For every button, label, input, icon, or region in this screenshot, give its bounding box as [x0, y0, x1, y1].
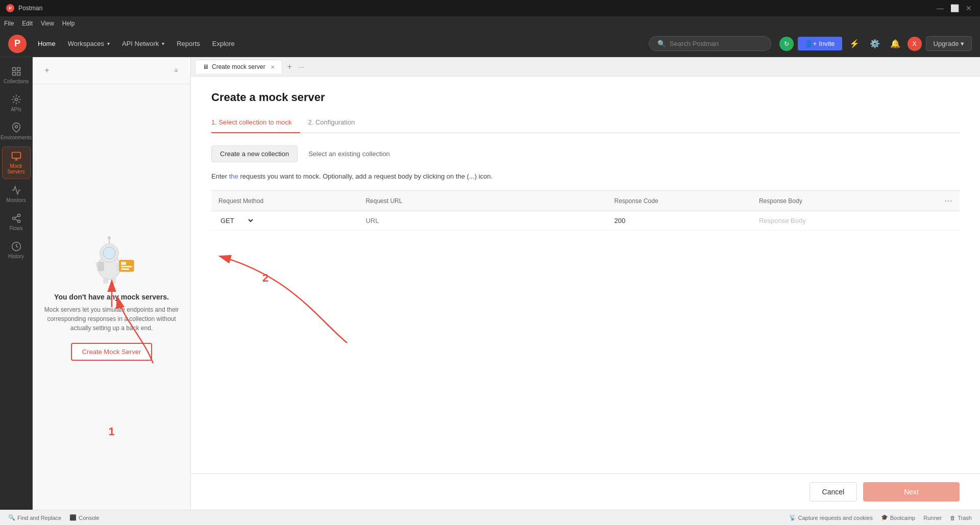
create-mock-tab[interactable]: 🖥 Create mock server ✕	[195, 60, 282, 73]
capture-button[interactable]: 📡 Capture requests and cookies	[789, 514, 873, 521]
tab-close-button[interactable]: ✕	[271, 64, 275, 70]
sidebar-item-environments[interactable]: Environments	[2, 118, 31, 144]
sidebar-item-mock-servers[interactable]: Mock Servers	[2, 146, 31, 179]
apis-icon	[11, 94, 21, 105]
statusbar-left: 🔍 Find and Replace ⬛ Console	[8, 514, 100, 521]
next-button[interactable]: Next	[863, 482, 960, 502]
invite-button[interactable]: 👤+ Invite	[798, 37, 842, 51]
menu-edit[interactable]: Edit	[22, 20, 33, 27]
tab-bar: 🖥 Create mock server ✕ + ···	[191, 57, 980, 77]
create-new-collection-tab[interactable]: Create a new collection	[211, 145, 298, 162]
new-tab-button[interactable]: +	[283, 60, 296, 73]
svg-line-10	[15, 219, 18, 220]
info-link[interactable]: the	[229, 172, 238, 180]
close-button[interactable]: ✕	[964, 4, 974, 12]
bootcamp-button[interactable]: 🎓 Bootcamp	[881, 514, 916, 521]
statusbar-right: 📡 Capture requests and cookies 🎓 Bootcam…	[789, 514, 972, 521]
nav-reports[interactable]: Reports	[172, 37, 205, 51]
collections-label: Collections	[4, 79, 29, 84]
nav-workspaces[interactable]: Workspaces ▾	[63, 37, 115, 51]
navbar: P Home Workspaces ▾ API Network ▾ Report…	[0, 31, 980, 57]
action-bar: Cancel Next	[191, 473, 980, 510]
window-controls[interactable]: — ⬜ ✕	[935, 4, 974, 12]
step-2[interactable]: 2. Configuration	[308, 114, 363, 133]
app-title: Postman	[18, 5, 42, 12]
console-icon: ⬛	[69, 514, 77, 521]
nav-explore[interactable]: Explore	[207, 37, 240, 51]
svg-point-4	[15, 98, 17, 101]
upgrade-chevron: ▾	[961, 40, 964, 47]
settings-icon-btn[interactable]: ⚙️	[867, 36, 883, 52]
method-select[interactable]: GET POST PUT DELETE	[218, 216, 255, 225]
upgrade-button[interactable]: Upgrade ▾	[926, 36, 972, 51]
search-bar[interactable]: 🔍 Search Postman	[649, 36, 771, 51]
svg-point-5	[15, 126, 17, 128]
sidebar-item-monitors[interactable]: Monitors	[2, 181, 31, 207]
menubar: File Edit View Help	[0, 16, 980, 31]
astronaut-illustration	[81, 234, 142, 285]
url-input[interactable]	[365, 217, 600, 224]
history-icon	[11, 241, 21, 252]
app-body: Collections APIs Environments Mock Serve…	[0, 57, 980, 510]
search-icon: 🔍	[657, 40, 666, 47]
menu-file[interactable]: File	[4, 20, 14, 27]
invite-icon: 👤+	[805, 40, 817, 47]
notifications-icon-btn[interactable]: 🔔	[887, 36, 903, 52]
capture-icon: 📡	[789, 514, 796, 521]
menu-help[interactable]: Help	[62, 20, 75, 27]
mock-table: Request Method Request URL Response Code…	[211, 190, 960, 231]
sync-icon[interactable]: ↻	[779, 37, 794, 51]
svg-rect-17	[111, 278, 116, 284]
step-1[interactable]: 1. Select collection to mock	[211, 114, 300, 133]
sidebar-item-collections[interactable]: Collections	[2, 62, 31, 88]
titlebar-left: P Postman	[6, 4, 42, 12]
nav-home[interactable]: Home	[33, 37, 61, 51]
col-response-code: Response Code	[607, 191, 752, 211]
svg-rect-3	[17, 72, 20, 76]
cancel-button[interactable]: Cancel	[810, 482, 857, 502]
select-existing-collection-tab[interactable]: Select an existing collection	[300, 145, 399, 162]
runner-button[interactable]: Runner	[923, 515, 942, 521]
col-url: Request URL	[358, 191, 607, 211]
connect-icon-btn[interactable]: ⚡	[846, 36, 863, 52]
tab-overflow-button[interactable]: ···	[298, 63, 304, 71]
svg-rect-22	[121, 266, 132, 267]
environments-label: Environments	[1, 135, 32, 140]
info-text: Enter the requests you want to mock. Opt…	[211, 172, 960, 180]
page-title: Create a mock server	[211, 91, 960, 104]
filter-button[interactable]: ≡	[168, 62, 184, 79]
history-label: History	[8, 254, 24, 259]
method-cell[interactable]: GET POST PUT DELETE	[211, 211, 358, 231]
find-replace-button[interactable]: 🔍 Find and Replace	[8, 514, 61, 521]
avatar[interactable]: X	[908, 37, 922, 51]
table-header-row: Request Method Request URL Response Code…	[211, 191, 960, 211]
menu-view[interactable]: View	[41, 20, 54, 27]
sidebar-item-flows[interactable]: Flows	[2, 209, 31, 235]
add-collection-button[interactable]: +	[39, 62, 55, 79]
url-cell[interactable]	[358, 211, 607, 231]
environments-icon	[11, 122, 21, 133]
mock-servers-label: Mock Servers	[6, 163, 27, 174]
svg-point-25	[108, 236, 111, 239]
collections-icon	[11, 66, 21, 77]
svg-rect-23	[121, 268, 129, 270]
api-network-chevron: ▾	[162, 41, 164, 46]
console-button[interactable]: ⬛ Console	[69, 514, 99, 521]
sidebar-item-apis[interactable]: APIs	[2, 90, 31, 116]
nav-api-network[interactable]: API Network ▾	[117, 37, 169, 51]
tab-label: Create mock server	[212, 63, 265, 70]
monitors-label: Monitors	[6, 197, 26, 203]
create-mock-server-button[interactable]: Create Mock Server	[71, 343, 153, 361]
trash-button[interactable]: 🗑 Trash	[950, 515, 972, 521]
col-actions: ⋯	[904, 191, 960, 211]
minimize-button[interactable]: —	[935, 4, 945, 12]
nav-items: Home Workspaces ▾ API Network ▾ Reports …	[33, 37, 649, 51]
svg-point-9	[17, 220, 20, 222]
sidebar-item-history[interactable]: History	[2, 237, 31, 263]
row-actions-cell	[904, 211, 960, 231]
left-panel-content: You don't have any mock servers. Mock se…	[33, 84, 190, 510]
response-code-cell: 200	[607, 211, 752, 231]
table-options-icon[interactable]: ⋯	[944, 196, 952, 205]
svg-point-15	[103, 247, 115, 259]
maximize-button[interactable]: ⬜	[949, 4, 960, 12]
